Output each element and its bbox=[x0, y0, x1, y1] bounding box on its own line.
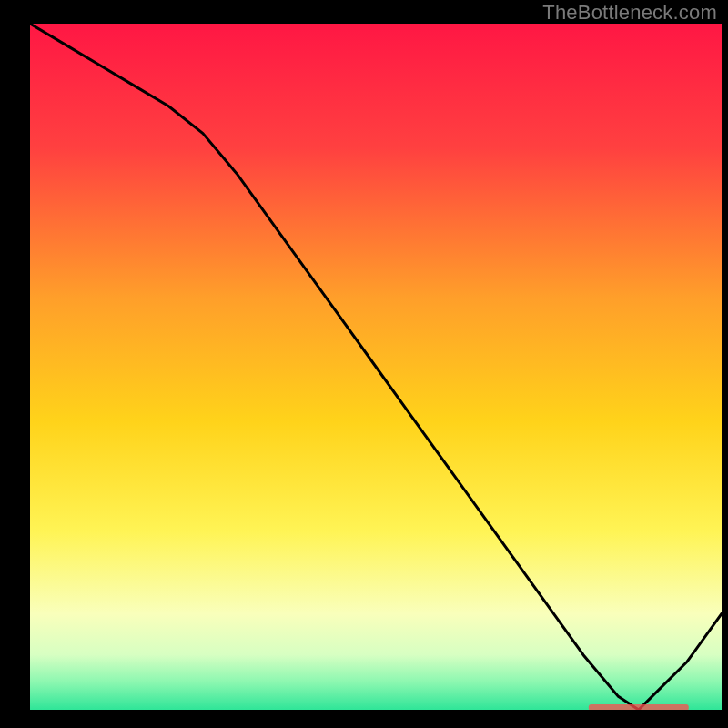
chart-container: TheBottleneck.com bbox=[0, 0, 728, 728]
minimum-marker bbox=[589, 704, 689, 711]
bottleneck-chart bbox=[0, 0, 728, 728]
